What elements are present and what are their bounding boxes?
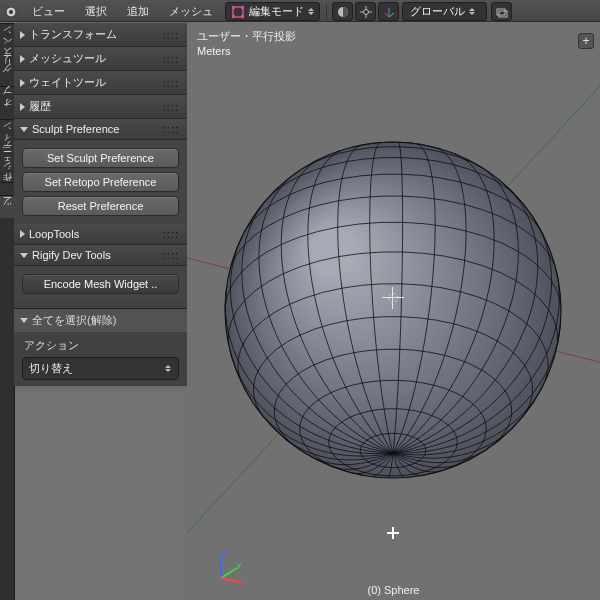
viewport-header: ビュー 選択 追加 メッシュ 編集モード グローバル (0, 0, 600, 22)
svg-line-14 (385, 13, 389, 17)
operator-action-value: 切り替え (29, 361, 73, 376)
transform-origin-marker (387, 527, 399, 539)
operator-action-dropdown[interactable]: 切り替え (22, 357, 179, 380)
chevron-right-icon (20, 103, 25, 111)
set-sculpt-preference-button[interactable]: Set Sculpt Preference (22, 148, 179, 168)
viewport-units: Meters (197, 45, 231, 57)
grip-icon: :::: (163, 29, 181, 41)
section-label: Rigify Dev Tools (32, 249, 111, 261)
3d-viewport[interactable]: ユーザー・平行投影 Meters + z y x (0) Sphere (187, 23, 600, 600)
section-weighttools[interactable]: ウェイトツール :::: (14, 71, 187, 95)
section-looptools[interactable]: LoopTools :::: (14, 224, 187, 245)
viewport-canvas[interactable] (187, 23, 600, 600)
section-sculpt-preference[interactable]: Sculpt Preference :::: (14, 119, 187, 140)
operator-name: 全てを選択(解除) (32, 313, 116, 328)
grip-icon: :::: (163, 53, 181, 65)
tab-shading[interactable]: シェーディン (0, 119, 14, 182)
section-transform[interactable]: トランスフォーム :::: (14, 23, 187, 47)
grip-icon: :::: (163, 101, 181, 113)
chevron-right-icon (20, 79, 25, 87)
section-meshtools[interactable]: メッシュツール :::: (14, 47, 187, 71)
svg-rect-16 (497, 9, 505, 15)
menu-mesh[interactable]: メッシュ (159, 4, 223, 19)
set-retopo-preference-button[interactable]: Set Retopo Preference (22, 172, 179, 192)
svg-text:x: x (239, 578, 243, 586)
grip-icon: :::: (163, 249, 181, 261)
chevron-updown-icon (468, 8, 476, 15)
operator-property-label: アクション (14, 332, 187, 355)
manipulator-toggle[interactable] (378, 2, 399, 21)
svg-rect-4 (241, 6, 244, 9)
orientation-dropdown[interactable]: グローバル (402, 2, 487, 21)
section-label: ウェイトツール (29, 75, 106, 90)
menu-select[interactable]: 選択 (75, 4, 117, 19)
svg-point-8 (363, 9, 368, 14)
plus-icon: + (578, 33, 594, 49)
menu-view[interactable]: ビュー (22, 4, 75, 19)
reset-preference-button[interactable]: Reset Preference (22, 196, 179, 216)
section-label: LoopTools (29, 228, 79, 240)
mode-label: 編集モード (246, 4, 307, 19)
svg-rect-6 (241, 15, 244, 18)
grip-icon: :::: (163, 77, 181, 89)
section-body: Set Sculpt Preference Set Retopo Prefere… (14, 140, 187, 224)
operator-panel-header[interactable]: 全てを選択(解除) (14, 308, 187, 332)
section-history[interactable]: 履歴 :::: (14, 95, 187, 119)
chevron-right-icon (20, 55, 25, 63)
section-label: Sculpt Preference (32, 123, 119, 135)
grip-icon: :::: (163, 123, 181, 135)
section-label: メッシュツール (29, 51, 106, 66)
tab-greasepencil[interactable]: グリースペン (0, 23, 14, 86)
menu-add[interactable]: 追加 (117, 4, 159, 19)
section-body: Encode Mesh Widget .. (14, 266, 187, 302)
layers-button[interactable] (491, 2, 512, 21)
section-label: 履歴 (29, 99, 51, 114)
tab-tools[interactable]: ツー (0, 195, 14, 218)
expand-n-panel-button[interactable]: + (578, 33, 594, 49)
chevron-right-icon (20, 230, 25, 238)
3d-cursor (382, 287, 404, 309)
chevron-down-icon (20, 127, 28, 132)
viewport-title: ユーザー・平行投影 (197, 29, 296, 44)
mode-dropdown[interactable]: 編集モード (225, 2, 320, 21)
tab-options[interactable]: オプ (0, 86, 14, 119)
svg-line-15 (389, 13, 394, 17)
orientation-label: グローバル (407, 4, 468, 19)
encode-mesh-widget-button[interactable]: Encode Mesh Widget .. (22, 274, 179, 294)
pivot-dropdown[interactable] (355, 2, 376, 21)
svg-line-19 (221, 568, 237, 578)
viewport-shading-circle[interactable] (332, 2, 353, 21)
svg-rect-3 (232, 6, 235, 9)
tab-create[interactable]: 作 (0, 182, 14, 195)
chevron-updown-icon (307, 8, 315, 15)
grip-icon: :::: (163, 228, 181, 240)
tool-tab-strip: グリースペン オプ シェーディン 作 ツー (0, 23, 15, 600)
separator (326, 4, 327, 20)
svg-text:z: z (223, 547, 227, 556)
chevron-down-icon (20, 253, 28, 258)
chevron-updown-icon (164, 365, 172, 372)
section-label: トランスフォーム (29, 27, 117, 42)
section-rigify[interactable]: Rigify Dev Tools :::: (14, 245, 187, 266)
active-object-label: (0) Sphere (368, 584, 420, 596)
svg-line-20 (221, 578, 239, 582)
chevron-down-icon (20, 318, 28, 323)
editor-type-dropdown[interactable] (1, 3, 21, 21)
svg-point-1 (9, 10, 13, 14)
axis-gizmo: z y x (207, 546, 247, 586)
svg-text:y: y (237, 560, 241, 569)
svg-rect-17 (499, 11, 507, 17)
chevron-right-icon (20, 31, 25, 39)
svg-rect-5 (232, 15, 235, 18)
tool-panel: トランスフォーム :::: メッシュツール :::: ウェイトツール :::: … (14, 23, 188, 386)
edit-mode-icon (230, 4, 246, 20)
